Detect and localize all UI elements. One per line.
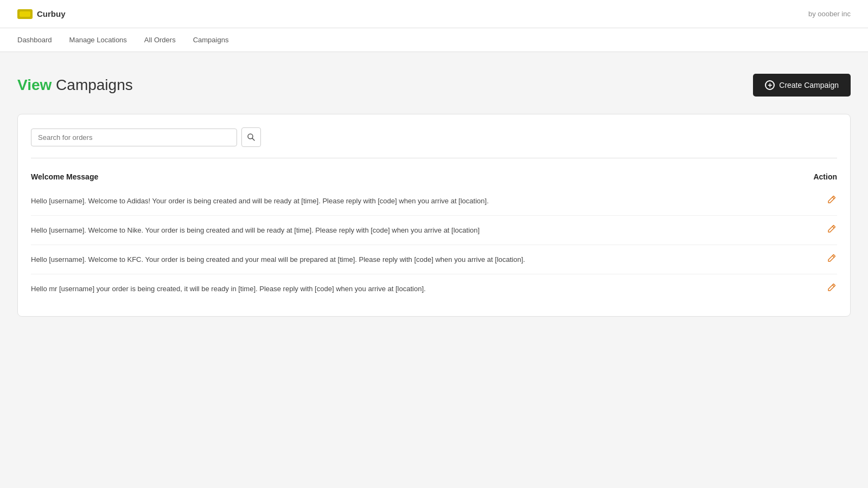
table-row: Hello [username]. Welcome to Adidas! You…	[31, 187, 837, 216]
page-header: View Campaigns + Create Campaign	[17, 74, 851, 97]
search-input[interactable]	[31, 129, 237, 146]
campaign-message: Hello mr [username] your order is being …	[31, 274, 801, 304]
search-button[interactable]	[241, 127, 261, 147]
campaign-message: Hello [username]. Welcome to Nike. Your …	[31, 216, 801, 245]
action-cell	[801, 187, 837, 216]
page-title: View Campaigns	[17, 76, 133, 94]
edit-icon[interactable]	[826, 255, 837, 266]
search-icon	[247, 133, 256, 142]
main-content: View Campaigns + Create Campaign Welcome…	[0, 52, 868, 338]
logo-icon-inner	[20, 11, 30, 17]
edit-icon[interactable]	[826, 196, 837, 207]
edit-icon[interactable]	[826, 284, 837, 295]
divider	[31, 158, 837, 158]
table-row: Hello [username]. Welcome to KFC. Your o…	[31, 245, 837, 274]
table-row: Hello mr [username] your order is being …	[31, 274, 837, 304]
edit-icon[interactable]	[826, 226, 837, 236]
create-campaign-button[interactable]: + Create Campaign	[753, 74, 851, 97]
byline: by ooober inc	[808, 10, 851, 18]
app-name: Curbuy	[37, 9, 66, 18]
nav-item-manage-locations[interactable]: Manage Locations	[69, 34, 127, 46]
svg-line-1	[252, 138, 254, 140]
nav-item-dashboard[interactable]: Dashboard	[17, 34, 52, 46]
nav-item-campaigns[interactable]: Campaigns	[193, 34, 229, 46]
campaign-message: Hello [username]. Welcome to Adidas! You…	[31, 187, 801, 216]
campaign-message: Hello [username]. Welcome to KFC. Your o…	[31, 245, 801, 274]
action-cell	[801, 245, 837, 274]
table-header-row: Welcome Message Action	[31, 167, 837, 187]
action-cell	[801, 274, 837, 304]
table-row: Hello [username]. Welcome to Nike. Your …	[31, 216, 837, 245]
nav-item-all-orders[interactable]: All Orders	[144, 34, 176, 46]
plus-icon: +	[765, 80, 775, 90]
search-row	[31, 127, 837, 147]
campaigns-card: Welcome Message Action Hello [username].…	[17, 114, 851, 317]
action-cell	[801, 216, 837, 245]
table-header: Welcome Message Action	[31, 167, 837, 187]
column-action: Action	[801, 167, 837, 187]
page-title-highlight: View	[17, 76, 52, 93]
column-message: Welcome Message	[31, 167, 801, 187]
logo-icon	[17, 9, 33, 19]
create-campaign-label: Create Campaign	[779, 81, 839, 89]
nav-bar: Dashboard Manage Locations All Orders Ca…	[0, 28, 868, 52]
page-title-rest: Campaigns	[52, 76, 132, 93]
top-bar: Curbuy by ooober inc	[0, 0, 868, 28]
campaigns-tbody: Hello [username]. Welcome to Adidas! You…	[31, 187, 837, 303]
logo-area: Curbuy	[17, 9, 66, 19]
campaigns-table: Welcome Message Action Hello [username].…	[31, 167, 837, 303]
